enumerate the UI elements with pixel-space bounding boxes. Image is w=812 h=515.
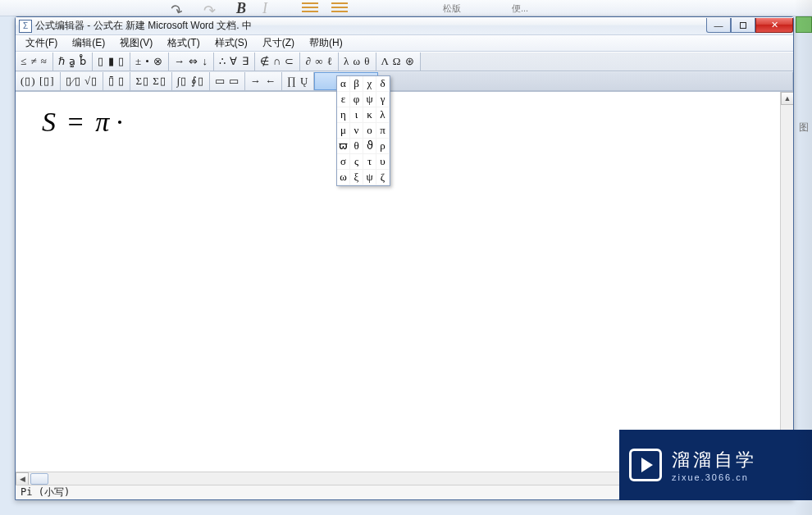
menu-edit[interactable]: 编辑(E) — [66, 34, 112, 52]
equation-content[interactable]: S = π · — [42, 107, 123, 138]
tb-embellish[interactable]: ℏ a͚ b̊ — [53, 52, 94, 71]
greek-ο[interactable]: ο — [363, 123, 376, 139]
italic-button[interactable]: I — [262, 0, 267, 17]
tb-operators[interactable]: ± • ⊗ — [130, 52, 169, 71]
watermark-text-ch: 溜溜自学 — [672, 448, 757, 472]
numbered-list-icon[interactable] — [326, 0, 348, 15]
tb-greek-upper[interactable]: Λ Ω ⊛ — [376, 52, 421, 71]
greek-ϖ[interactable]: ϖ — [337, 139, 350, 154]
greek-δ[interactable]: δ — [376, 76, 390, 92]
greek-ϑ[interactable]: ϑ — [363, 139, 376, 154]
app-icon: Σ — [19, 20, 32, 33]
tb-spaces[interactable]: ▯ ▮ ▯ — [93, 52, 130, 71]
greek-θ[interactable]: θ — [350, 139, 363, 154]
greek-ρ[interactable]: ρ — [376, 139, 390, 154]
menu-view[interactable]: 视图(V) — [113, 34, 159, 52]
menu-style[interactable]: 样式(S) — [208, 34, 254, 52]
greek-ν[interactable]: ν — [350, 123, 363, 139]
watermark: 溜溜自学 zixue.3066.cn — [619, 430, 812, 500]
tb-misc[interactable]: ∂ ∞ ℓ — [300, 52, 338, 71]
eq-trail: · — [116, 107, 124, 137]
tb-arrows[interactable]: → ⇔ ↓ — [169, 52, 214, 71]
tb-fractions[interactable]: ▯⁄▯ √▯ — [61, 72, 104, 90]
vertical-scrollbar[interactable]: ▲ ▼ — [780, 92, 793, 472]
greek-λ[interactable]: λ — [376, 107, 390, 123]
ribbon-label-1: 松版 — [443, 2, 461, 15]
greek-ι[interactable]: ι — [350, 107, 363, 123]
greek-κ[interactable]: κ — [363, 107, 376, 123]
menu-bar[interactable]: 文件(F) 编辑(E) 视图(V) 格式(T) 样式(S) 尺寸(Z) 帮助(H… — [16, 35, 793, 52]
tb-products[interactable]: ∏ Ų — [282, 72, 314, 90]
toolbar-filler — [378, 72, 793, 90]
ribbon-label-2: 便... — [512, 2, 528, 15]
eq-lhs: S — [42, 107, 56, 137]
play-icon — [629, 449, 662, 481]
tb-settheory[interactable]: ∉ ∩ ⊂ — [255, 52, 301, 71]
greek-φ[interactable]: φ — [350, 92, 363, 107]
bold-button[interactable]: B — [236, 0, 246, 17]
greek-ψ[interactable]: ψ — [363, 92, 376, 107]
greek-ς[interactable]: ς — [350, 154, 363, 170]
maximize-button[interactable] — [731, 18, 755, 33]
greek-β[interactable]: β — [350, 76, 363, 92]
bulleted-list-icon[interactable] — [297, 0, 318, 15]
tb-underover[interactable]: ▭ ▭ — [210, 72, 245, 90]
equation-editor-window: Σ 公式编辑器 - 公式在 新建 Microsoft Word 文档. 中 — … — [15, 16, 794, 500]
workspace: S = π · ▲ ▼ ◀ ▶ — [16, 91, 793, 485]
greek-π[interactable]: π — [376, 123, 390, 139]
greek-χ[interactable]: χ — [363, 76, 376, 92]
greek-τ[interactable]: τ — [363, 154, 376, 170]
hscroll-thumb[interactable] — [30, 473, 48, 485]
eq-rhs: π — [95, 107, 109, 137]
toolbar-area: ≤ ≠ ≈ ℏ a͚ b̊ ▯ ▮ ▯ ± • ⊗ → ⇔ ↓ ∴ ∀ ∃ ∉ … — [16, 52, 793, 91]
toolbar-row-1: ≤ ≠ ≈ ℏ a͚ b̊ ▯ ▮ ▯ ± • ⊗ → ⇔ ↓ ∴ ∀ ∃ ∉ … — [16, 52, 793, 71]
equation-canvas[interactable]: S = π · — [16, 92, 780, 472]
eq-operator: = — [68, 107, 84, 137]
tb-relational[interactable]: ≤ ≠ ≈ — [16, 52, 53, 71]
tb-sums[interactable]: Σ▯ Σ▯ — [130, 72, 171, 90]
menu-format[interactable]: 格式(T) — [161, 34, 206, 52]
tb-integrals[interactable]: ∫▯ ∮▯ — [172, 72, 210, 90]
greek-μ[interactable]: μ — [337, 123, 350, 139]
greek-ψ[interactable]: ψ — [363, 170, 376, 185]
side-green-icon[interactable] — [796, 16, 812, 33]
greek-σ[interactable]: σ — [337, 154, 350, 170]
scroll-up-icon[interactable]: ▲ — [781, 92, 793, 105]
titlebar[interactable]: Σ 公式编辑器 - 公式在 新建 Microsoft Word 文档. 中 — … — [16, 17, 793, 35]
greek-υ[interactable]: υ — [376, 154, 390, 170]
menu-file[interactable]: 文件(F) — [19, 34, 64, 52]
greek-η[interactable]: η — [337, 107, 350, 123]
greek-γ[interactable]: γ — [376, 92, 390, 107]
greek-letter-popup[interactable]: αβχδεφψγηικλμνοπϖθϑρσςτυωξψζ — [336, 75, 390, 186]
greek-ξ[interactable]: ξ — [350, 170, 363, 185]
tb-logic[interactable]: ∴ ∀ ∃ — [214, 52, 255, 71]
watermark-text-en: zixue.3066.cn — [672, 472, 757, 482]
tb-greek-lower[interactable]: λ ω θ — [339, 52, 376, 71]
greek-ζ[interactable]: ζ — [376, 170, 390, 185]
menu-help[interactable]: 帮助(H) — [303, 34, 349, 52]
greek-ω[interactable]: ω — [337, 170, 350, 185]
menu-size[interactable]: 尺寸(Z) — [256, 34, 301, 52]
tb-scripts[interactable]: ▯̄ ▯ — [103, 72, 130, 90]
minimize-button[interactable]: — — [706, 18, 731, 33]
window-title: 公式编辑器 - 公式在 新建 Microsoft Word 文档. 中 — [35, 19, 252, 33]
status-text: Pi (小写) — [21, 485, 70, 499]
greek-ε[interactable]: ε — [337, 92, 350, 107]
close-button[interactable]: ✕ — [755, 18, 793, 33]
tb-labeled-arrows[interactable]: → ← — [245, 72, 282, 90]
scroll-left-icon[interactable]: ◀ — [16, 472, 29, 485]
toolbar-row-2: (▯) [▯] ▯⁄▯ √▯ ▯̄ ▯ Σ▯ Σ▯ ∫▯ ∮▯ ▭ ▭ → ← … — [16, 71, 793, 91]
greek-α[interactable]: α — [337, 76, 350, 92]
tb-fences[interactable]: (▯) [▯] — [16, 72, 61, 90]
